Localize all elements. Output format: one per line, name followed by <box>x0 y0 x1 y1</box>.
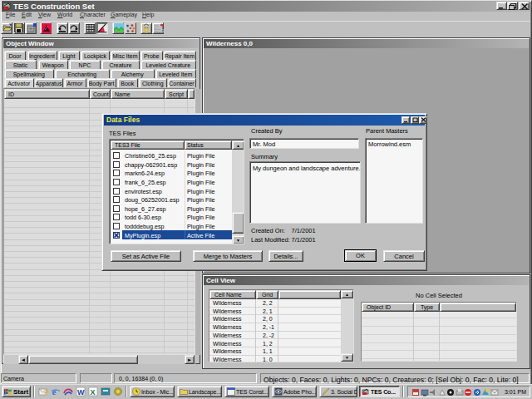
svg-text:no: no <box>154 24 159 28</box>
svg-text:X: X <box>91 388 96 397</box>
svg-text:e: e <box>52 387 57 397</box>
svg-text:W: W <box>77 388 85 397</box>
svg-text:FOG: FOG <box>154 28 164 33</box>
